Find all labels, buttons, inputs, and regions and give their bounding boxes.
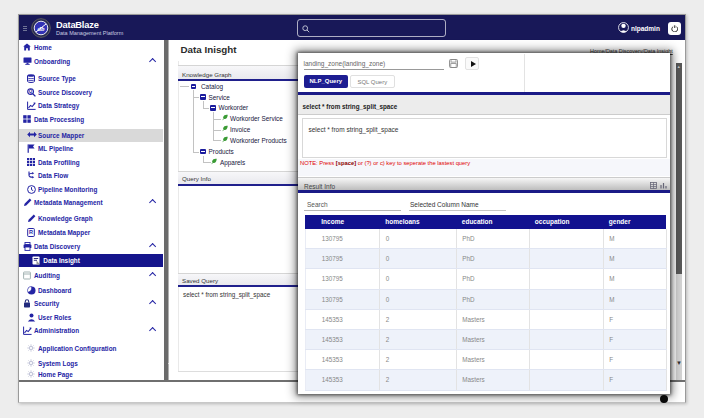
svg-text:R: R bbox=[29, 229, 33, 235]
svg-text:Q: Q bbox=[29, 89, 33, 94]
